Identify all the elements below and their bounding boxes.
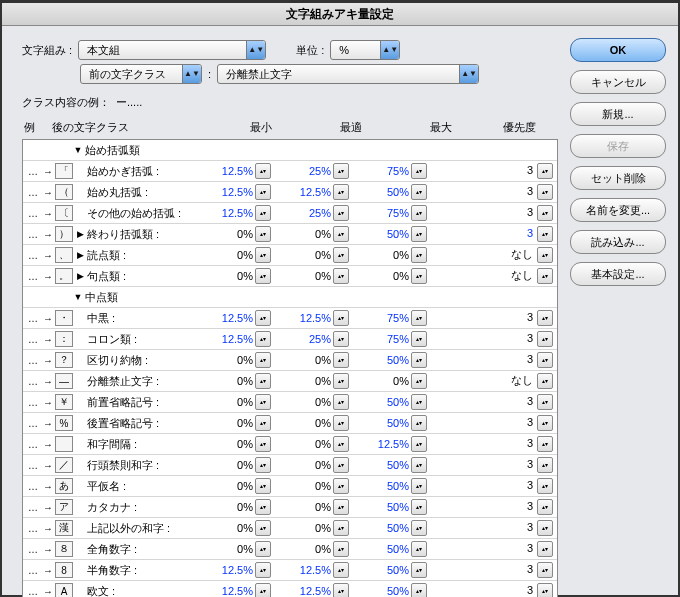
stepper-icon[interactable]: ▴▾ <box>411 352 427 368</box>
stepper-icon[interactable]: ▴▾ <box>411 205 427 221</box>
stepper-icon[interactable]: ▴▾ <box>537 415 553 431</box>
stepper-icon[interactable]: ▴▾ <box>537 247 553 263</box>
stepper-icon[interactable]: ▴▾ <box>537 268 553 284</box>
basic-settings-button[interactable]: 基本設定... <box>570 262 666 286</box>
stepper-icon[interactable]: ▴▾ <box>411 226 427 242</box>
stepper-icon[interactable]: ▴▾ <box>537 541 553 557</box>
stepper-icon[interactable]: ▴▾ <box>411 478 427 494</box>
disclosure-triangle-icon[interactable]: ▶ <box>73 250 87 260</box>
stepper-icon[interactable]: ▴▾ <box>255 478 271 494</box>
stepper-icon[interactable]: ▴▾ <box>255 205 271 221</box>
stepper-icon[interactable]: ▴▾ <box>411 415 427 431</box>
stepper-icon[interactable]: ▴▾ <box>255 583 271 597</box>
stepper-icon[interactable]: ▴▾ <box>411 457 427 473</box>
stepper-icon[interactable]: ▴▾ <box>537 163 553 179</box>
stepper-icon[interactable]: ▴▾ <box>411 520 427 536</box>
stepper-icon[interactable]: ▴▾ <box>411 583 427 597</box>
stepper-icon[interactable]: ▴▾ <box>255 247 271 263</box>
stepper-icon[interactable]: ▴▾ <box>333 499 349 515</box>
stepper-icon[interactable]: ▴▾ <box>411 394 427 410</box>
stepper-icon[interactable]: ▴▾ <box>411 373 427 389</box>
stepper-icon[interactable]: ▴▾ <box>255 394 271 410</box>
stepper-icon[interactable]: ▴▾ <box>333 478 349 494</box>
stepper-icon[interactable]: ▴▾ <box>255 499 271 515</box>
stepper-icon[interactable]: ▴▾ <box>333 247 349 263</box>
stepper-icon[interactable]: ▴▾ <box>333 205 349 221</box>
save-button[interactable]: 保存 <box>570 134 666 158</box>
data-table[interactable]: ▼始め括弧類…→「始めかぎ括弧 :12.5%▴▾25%▴▾75%▴▾3▴▾…→（… <box>22 139 558 597</box>
stepper-icon[interactable]: ▴▾ <box>255 541 271 557</box>
stepper-icon[interactable]: ▴▾ <box>411 436 427 452</box>
stepper-icon[interactable]: ▴▾ <box>255 415 271 431</box>
stepper-icon[interactable]: ▴▾ <box>537 394 553 410</box>
stepper-icon[interactable]: ▴▾ <box>255 268 271 284</box>
stepper-icon[interactable]: ▴▾ <box>411 247 427 263</box>
stepper-icon[interactable]: ▴▾ <box>411 310 427 326</box>
disclosure-triangle-icon[interactable]: ▶ <box>73 229 87 239</box>
after-glyph-icon <box>55 436 73 452</box>
stepper-icon[interactable]: ▴▾ <box>537 562 553 578</box>
stepper-icon[interactable]: ▴▾ <box>537 457 553 473</box>
stepper-icon[interactable]: ▴▾ <box>333 184 349 200</box>
stepper-icon[interactable]: ▴▾ <box>255 310 271 326</box>
load-button[interactable]: 読み込み... <box>570 230 666 254</box>
disclosure-triangle-icon[interactable]: ▼ <box>71 145 85 155</box>
stepper-icon[interactable]: ▴▾ <box>537 583 553 597</box>
stepper-icon[interactable]: ▴▾ <box>333 415 349 431</box>
stepper-icon[interactable]: ▴▾ <box>333 373 349 389</box>
stepper-icon[interactable]: ▴▾ <box>411 268 427 284</box>
stepper-icon[interactable]: ▴▾ <box>333 394 349 410</box>
disclosure-triangle-icon[interactable]: ▶ <box>73 271 87 281</box>
new-button[interactable]: 新規... <box>570 102 666 126</box>
stepper-icon[interactable]: ▴▾ <box>333 436 349 452</box>
stepper-icon[interactable]: ▴▾ <box>255 226 271 242</box>
stepper-icon[interactable]: ▴▾ <box>255 331 271 347</box>
delete-set-button[interactable]: セット削除 <box>570 166 666 190</box>
char-class-select[interactable]: 分離禁止文字▲▼ <box>217 64 479 84</box>
stepper-icon[interactable]: ▴▾ <box>537 373 553 389</box>
stepper-icon[interactable]: ▴▾ <box>333 520 349 536</box>
stepper-icon[interactable]: ▴▾ <box>411 562 427 578</box>
stepper-icon[interactable]: ▴▾ <box>411 331 427 347</box>
stepper-icon[interactable]: ▴▾ <box>411 184 427 200</box>
stepper-icon[interactable]: ▴▾ <box>333 331 349 347</box>
cancel-button[interactable]: キャンセル <box>570 70 666 94</box>
stepper-icon[interactable]: ▴▾ <box>537 478 553 494</box>
stepper-icon[interactable]: ▴▾ <box>537 184 553 200</box>
stepper-icon[interactable]: ▴▾ <box>333 541 349 557</box>
stepper-icon[interactable]: ▴▾ <box>255 562 271 578</box>
stepper-icon[interactable]: ▴▾ <box>255 520 271 536</box>
stepper-icon[interactable]: ▴▾ <box>411 163 427 179</box>
stepper-icon[interactable]: ▴▾ <box>333 352 349 368</box>
stepper-icon[interactable]: ▴▾ <box>333 226 349 242</box>
stepper-icon[interactable]: ▴▾ <box>537 226 553 242</box>
stepper-icon[interactable]: ▴▾ <box>537 331 553 347</box>
stepper-icon[interactable]: ▴▾ <box>537 205 553 221</box>
stepper-icon[interactable]: ▴▾ <box>255 436 271 452</box>
stepper-icon[interactable]: ▴▾ <box>333 310 349 326</box>
stepper-icon[interactable]: ▴▾ <box>255 163 271 179</box>
stepper-icon[interactable]: ▴▾ <box>537 436 553 452</box>
stepper-icon[interactable]: ▴▾ <box>411 541 427 557</box>
stepper-icon[interactable]: ▴▾ <box>255 352 271 368</box>
stepper-icon[interactable]: ▴▾ <box>333 457 349 473</box>
stepper-icon[interactable]: ▴▾ <box>255 457 271 473</box>
stepper-icon[interactable]: ▴▾ <box>333 163 349 179</box>
value-cell: 0% <box>273 228 333 240</box>
rename-button[interactable]: 名前を変更... <box>570 198 666 222</box>
unit-select[interactable]: %▲▼ <box>330 40 400 60</box>
stepper-icon[interactable]: ▴▾ <box>411 499 427 515</box>
stepper-icon[interactable]: ▴▾ <box>333 562 349 578</box>
disclosure-triangle-icon[interactable]: ▼ <box>71 292 85 302</box>
stepper-icon[interactable]: ▴▾ <box>537 520 553 536</box>
stepper-icon[interactable]: ▴▾ <box>255 184 271 200</box>
stepper-icon[interactable]: ▴▾ <box>537 499 553 515</box>
stepper-icon[interactable]: ▴▾ <box>333 268 349 284</box>
stepper-icon[interactable]: ▴▾ <box>255 373 271 389</box>
stepper-icon[interactable]: ▴▾ <box>333 583 349 597</box>
mojikumi-select[interactable]: 本文組▲▼ <box>78 40 266 60</box>
prev-class-select[interactable]: 前の文字クラス▲▼ <box>80 64 202 84</box>
ok-button[interactable]: OK <box>570 38 666 62</box>
stepper-icon[interactable]: ▴▾ <box>537 310 553 326</box>
stepper-icon[interactable]: ▴▾ <box>537 352 553 368</box>
